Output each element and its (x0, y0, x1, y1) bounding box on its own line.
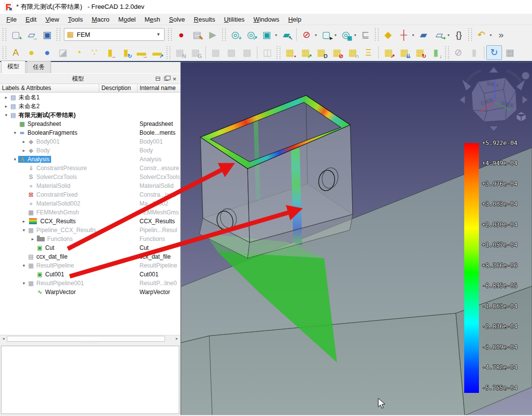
menu-model[interactable]: Model (114, 14, 140, 25)
truss-element-button[interactable]: ▬↗ (149, 45, 165, 60)
beam-rotation-button[interactable]: ▮↻ (118, 45, 134, 60)
tree-item-booleanfragments[interactable]: ▾BooleanFragmentsBoole...ments (0, 128, 180, 137)
column-description[interactable]: Description (99, 84, 138, 92)
chevron-down-icon[interactable]: ▾ (448, 33, 449, 37)
toolbar-drag-handle[interactable] (277, 46, 280, 59)
expander-icon[interactable]: ▸ (29, 237, 36, 241)
expander-icon[interactable]: ▾ (12, 157, 18, 162)
3d-viewport[interactable]: 右视图 后视图 下视图 +5.922e-04+4.949e-04+3.976e-… (181, 62, 532, 415)
constraint-spring-button[interactable]: Ξ (361, 45, 376, 60)
toolbar-drag-handle[interactable] (168, 28, 172, 41)
tree-item-ccx-dat-file[interactable]: ccx_dat_fileccx_dat_file (0, 252, 180, 261)
tree-item-constraintpressure[interactable]: ConstraintPressureConstr...essure (0, 164, 180, 173)
dock-float-icon[interactable] (164, 77, 168, 81)
menu-help[interactable]: Help (284, 14, 306, 25)
tree-item-spreadsheet[interactable]: SpreadsheetSpreadsheet (0, 119, 180, 128)
tree-item-solverccxtools[interactable]: SolverCcxToolsSolverCcxTools (0, 173, 180, 181)
tree-item-ccx-results[interactable]: ▸CCX_ResultsCCX_Results (0, 217, 180, 226)
chevron-down-icon[interactable]: ▾ (315, 33, 317, 37)
clipping-plane-button[interactable]: ⊘▾ (299, 27, 314, 42)
constraint-tie-button[interactable]: ▦∩ (345, 45, 361, 60)
expander-icon[interactable]: ▾ (12, 130, 18, 135)
chevron-down-icon[interactable]: ▾ (412, 33, 414, 37)
tree-item-analysis[interactable]: ▾AnalysisAnalysis (0, 155, 180, 164)
view-isometric-button[interactable]: ▣▾ (259, 27, 275, 42)
tree-item-body[interactable]: ▸BodyBody (0, 146, 180, 155)
material-editor-button[interactable]: ◪ (55, 45, 71, 60)
measure-button[interactable]: ⊑ (358, 27, 373, 42)
chevron-down-icon[interactable]: ▼ (156, 32, 164, 37)
toolbar-drag-handle[interactable] (222, 28, 226, 41)
tree-item-cut001[interactable]: Cut001Cut001 (0, 270, 180, 279)
part-shape-button[interactable]: ◆ (380, 27, 396, 42)
dock-minimize-icon[interactable] (156, 77, 160, 81)
material-fluid-button[interactable]: ● (39, 45, 55, 60)
tree-item-constraintfixed[interactable]: ConstraintFixedConstra...ixed (0, 190, 180, 199)
scrollbar-thumb[interactable] (7, 336, 165, 342)
expander-icon[interactable]: ▸ (21, 139, 27, 144)
view-align-button[interactable]: ▰↖ (279, 27, 294, 42)
constraint-displacement-button[interactable]: ▦↗ (298, 45, 313, 60)
constraint-self-weight-button[interactable]: ▦⇊ (396, 45, 412, 60)
toolbar-drag-handle[interactable] (468, 28, 472, 41)
macro-record-button[interactable]: ● (173, 27, 189, 42)
toolbar-drag-handle[interactable] (56, 28, 60, 41)
constraint-plane-rotation-button[interactable]: ▦D (313, 45, 329, 60)
menu-results[interactable]: Results (190, 14, 220, 25)
fem-scene[interactable]: 右视图 后视图 下视图 (181, 62, 532, 415)
material-solid-button[interactable]: ● (24, 45, 39, 60)
toolbar-drag-handle[interactable] (2, 46, 6, 59)
undo-button[interactable]: ↶▾ (474, 27, 489, 42)
tab-model[interactable]: 模型 (1, 60, 26, 73)
column-labels-attributes[interactable]: Labels & Attributes (0, 84, 99, 92)
post-grid-button[interactable]: ▦ (502, 45, 518, 60)
menu-windows[interactable]: Windows (249, 14, 284, 25)
column-internal-name[interactable]: Internal name (138, 84, 180, 92)
expression-editor-button[interactable]: {} (451, 27, 467, 42)
scroll-left-icon[interactable]: ◂ (0, 335, 7, 342)
tree-item-body001[interactable]: ▸Body001Body001 (0, 137, 180, 146)
menu-mesh[interactable]: Mesh (140, 14, 165, 25)
beam-cross-section-button[interactable]: ▮→ (102, 45, 118, 60)
tree-item-functions[interactable]: ▸FunctionsFunctions (0, 235, 180, 243)
tab-tasks[interactable]: 任务 (27, 61, 51, 73)
open-document-button[interactable]: ▱→ (24, 27, 39, 42)
chevron-down-icon[interactable]: ▾ (354, 33, 356, 37)
tree-item-resultpipeline[interactable]: ▾ResultPipelineResultPipeline (0, 261, 180, 270)
tree-item-未命名2[interactable]: ▸未命名2 (0, 102, 180, 111)
group-folder-button[interactable]: ▰ (416, 27, 431, 42)
menu-edit[interactable]: Edit (21, 14, 41, 25)
fem-analysis-button[interactable]: A (8, 45, 24, 60)
nav-circle-icon[interactable] (522, 72, 530, 80)
constraint-initial-flow-button[interactable]: ▮↓ (428, 45, 444, 60)
toolbar-drag-handle[interactable] (445, 46, 449, 59)
scroll-right-icon[interactable]: ▸ (173, 335, 180, 342)
macro-execute-button[interactable]: ▶ (205, 27, 221, 42)
menu-solve[interactable]: Solve (165, 14, 190, 25)
zoom-fit-all-button[interactable]: ◎+ (227, 27, 243, 42)
chevron-down-icon[interactable]: ▾ (335, 33, 336, 37)
toolbar-drag-handle[interactable] (167, 46, 170, 59)
tree-item-materialsolid[interactable]: MaterialSolidMaterialSolid (0, 181, 180, 190)
tree-item-resultpipeline001[interactable]: ▾ResultPipeline001ResultP...line0 (0, 279, 180, 288)
constraint-centrifugal-button[interactable]: ▦↻ (412, 45, 428, 60)
box-selection-button[interactable]: ▢▸▾ (318, 27, 334, 42)
menu-macro[interactable]: Macro (87, 14, 114, 25)
expander-icon[interactable]: ▾ (21, 228, 27, 233)
toolbar-drag-handle[interactable] (2, 28, 6, 41)
tree-item-pipeline-ccx-results[interactable]: ▾Pipeline_CCX_ResultsPipelin...Resul (0, 226, 180, 235)
menu-file[interactable]: File (2, 14, 21, 25)
workbench-selector[interactable]: ▦FEM▼ (64, 28, 165, 41)
solve-refresh-button[interactable]: ↻ (486, 45, 502, 60)
expander-icon[interactable]: ▸ (21, 148, 27, 153)
tree-item-cut[interactable]: CutCut (0, 243, 180, 252)
expander-icon[interactable]: ▾ (21, 263, 27, 268)
expander-icon[interactable]: ▾ (21, 281, 27, 286)
chevron-down-icon[interactable]: ▾ (275, 33, 277, 37)
new-document-button[interactable]: ▢+ (8, 27, 24, 42)
tree-item-warpvector[interactable]: WarpVectorWarpVector (0, 288, 180, 297)
tree-item-有限元测试-不带结果-[interactable]: ▾有限元测试(不带结果) (0, 111, 180, 119)
draw-style-button[interactable]: ◎▦▾ (338, 27, 354, 42)
zoom-selection-button[interactable]: ◎↗ (243, 27, 259, 42)
toolbar-drag-handle[interactable] (375, 28, 379, 41)
